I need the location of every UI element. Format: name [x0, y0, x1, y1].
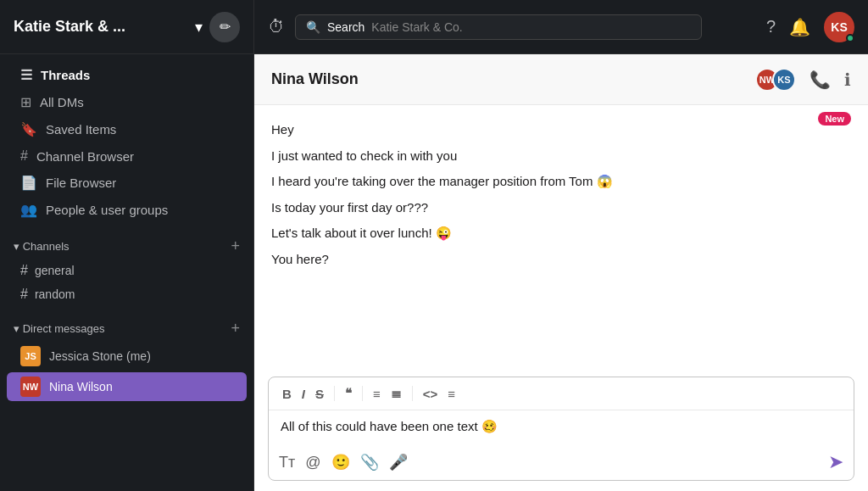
channel-browser-icon: #: [20, 148, 28, 164]
toolbar-divider-1: [334, 386, 335, 401]
phone-icon[interactable]: 📞: [810, 70, 831, 90]
history-icon[interactable]: ⏱: [268, 17, 285, 36]
search-icon: 🔍: [306, 20, 320, 34]
sidebar-label-threads: Threads: [41, 68, 90, 82]
edit-button[interactable]: ✏: [209, 12, 240, 42]
unordered-list-button[interactable]: ≣: [387, 384, 405, 403]
new-badge: New: [818, 112, 851, 126]
file-browser-icon: 📄: [20, 175, 37, 191]
dm-name-jessica: Jessica Stone (me): [49, 349, 151, 363]
header-right: ⏱ 🔍 Search Katie Stark & Co. ? 🔔 KS: [254, 12, 868, 42]
sidebar-item-channel-browser[interactable]: # Channel Browser: [7, 143, 247, 169]
search-label: Search: [327, 20, 364, 34]
dm-add-button[interactable]: +: [231, 320, 240, 338]
all-dms-icon: ⊞: [20, 94, 31, 110]
sidebar-label-all-dms: All DMs: [40, 95, 84, 109]
sidebar-item-all-dms[interactable]: ⊞ All DMs: [7, 89, 247, 115]
hash-icon-random: #: [20, 287, 28, 302]
message-4: Is today your first day or???: [271, 197, 851, 220]
dm-item-nina[interactable]: NW Nina Wilson: [7, 372, 247, 401]
dm-section-label[interactable]: ▾ Direct messages: [14, 322, 231, 335]
sidebar: ☰ Threads ⊞ All DMs 🔖 Saved Items # Chan…: [0, 54, 254, 491]
strikethrough-button[interactable]: S: [312, 385, 327, 403]
info-icon[interactable]: ℹ: [844, 70, 851, 90]
sidebar-label-channel-browser: Channel Browser: [36, 149, 134, 164]
toolbar-divider-3: [412, 386, 413, 401]
sidebar-label-saved: Saved Items: [46, 122, 116, 137]
user-avatar[interactable]: KS: [824, 12, 854, 42]
dm-avatar-nina: NW: [20, 377, 41, 397]
online-status: [846, 34, 854, 42]
message-5: Let's talk about it over lunch! 😜: [271, 222, 851, 245]
composer-actions: Tт @ 🙂 📎 🎤 ➤: [269, 444, 854, 480]
dm-avatar-jessica: JS: [20, 346, 41, 366]
composer-text: All of this could have been one text 🥴: [281, 419, 498, 433]
bold-button[interactable]: B: [279, 385, 295, 403]
channels-section: ▾ Channels +: [0, 231, 253, 259]
chat-header-actions: NW KS 📞 ℹ: [755, 68, 851, 92]
ordered-list-button[interactable]: ≡: [370, 385, 384, 403]
main-area: ☰ Threads ⊞ All DMs 🔖 Saved Items # Chan…: [0, 54, 868, 491]
workspace-dropdown-icon[interactable]: ▾: [195, 18, 203, 36]
channel-item-general[interactable]: # general: [7, 259, 247, 282]
header-left: Katie Stark & ... ▾ ✏: [0, 0, 254, 53]
dm-section: ▾ Direct messages +: [0, 313, 253, 341]
chat-title: Nina Wilson: [271, 70, 755, 88]
search-workspace: Katie Stark & Co.: [371, 20, 462, 34]
code-button[interactable]: <>: [420, 385, 442, 403]
attachment-icon[interactable]: 📎: [360, 453, 379, 471]
channels-section-label[interactable]: ▾ Channels: [14, 240, 231, 253]
italic-button[interactable]: I: [298, 385, 309, 403]
threads-icon: ☰: [20, 67, 32, 83]
quote-button[interactable]: ❝: [342, 384, 355, 403]
audio-icon[interactable]: 🎤: [389, 453, 408, 471]
search-bar[interactable]: 🔍 Search Katie Stark & Co.: [295, 14, 702, 40]
messages-area: New Hey I just wanted to check in with y…: [254, 105, 868, 370]
mention-icon[interactable]: @: [305, 454, 320, 471]
header-actions: ? 🔔 KS: [766, 12, 854, 42]
sidebar-item-people[interactable]: 👥 People & user groups: [7, 197, 247, 223]
sidebar-item-threads[interactable]: ☰ Threads: [7, 62, 247, 88]
dm-name-nina: Nina Wilson: [49, 380, 113, 393]
composer: B I S ❝ ≡ ≣ <> ≡ All of this could have …: [268, 377, 854, 481]
channel-name-random: random: [35, 287, 75, 301]
message-3: I heard you're taking over the manager p…: [271, 170, 851, 193]
chat-area: Nina Wilson NW KS 📞 ℹ New Hey I just wan…: [254, 54, 868, 491]
avatar-other: KS: [772, 68, 796, 92]
channel-item-random[interactable]: # random: [7, 283, 247, 305]
emoji-icon[interactable]: 🙂: [331, 453, 350, 471]
sidebar-label-file-browser: File Browser: [46, 176, 116, 190]
workspace-name: Katie Stark & ...: [14, 18, 188, 36]
channel-name-general: general: [35, 264, 75, 277]
app-container: Katie Stark & ... ▾ ✏ ⏱ 🔍 Search Katie S…: [0, 0, 868, 491]
code-block-button[interactable]: ≡: [444, 385, 459, 403]
composer-toolbar: B I S ❝ ≡ ≣ <> ≡: [269, 377, 854, 410]
composer-input[interactable]: All of this could have been one text 🥴: [269, 410, 854, 444]
text-format-icon[interactable]: Tт: [279, 454, 295, 471]
send-button[interactable]: ➤: [828, 451, 843, 473]
hash-icon-general: #: [20, 263, 28, 278]
toolbar-divider-2: [362, 386, 363, 401]
dm-item-jessica[interactable]: JS Jessica Stone (me): [7, 342, 247, 371]
avatar-initials: KS: [831, 20, 847, 34]
message-2: I just wanted to check in with you: [271, 145, 851, 168]
sidebar-item-file-browser[interactable]: 📄 File Browser: [7, 170, 247, 196]
header: Katie Stark & ... ▾ ✏ ⏱ 🔍 Search Katie S…: [0, 0, 868, 54]
channels-add-button[interactable]: +: [231, 237, 240, 255]
sidebar-label-people: People & user groups: [46, 203, 168, 217]
message-1: Hey: [271, 119, 851, 142]
notifications-icon[interactable]: 🔔: [789, 17, 810, 37]
saved-icon: 🔖: [20, 121, 37, 137]
sidebar-item-saved[interactable]: 🔖 Saved Items: [7, 116, 247, 142]
help-icon[interactable]: ?: [766, 17, 776, 36]
chat-header: Nina Wilson NW KS 📞 ℹ: [254, 54, 868, 105]
avatar-group: NW KS: [755, 68, 796, 92]
sidebar-nav: ☰ Threads ⊞ All DMs 🔖 Saved Items # Chan…: [0, 61, 253, 224]
message-6: You here?: [271, 248, 851, 271]
people-icon: 👥: [20, 202, 37, 218]
